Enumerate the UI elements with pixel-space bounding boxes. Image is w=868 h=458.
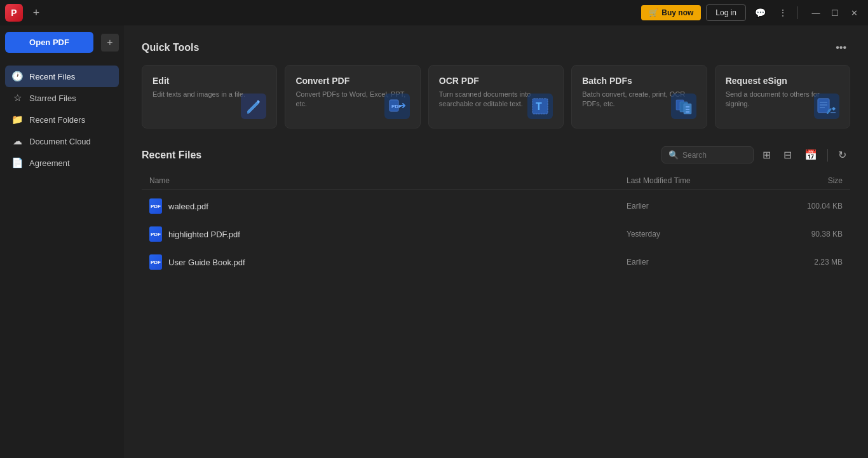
login-button[interactable]: Log in <box>706 4 746 21</box>
file-name-text-0: waleed.pdf <box>168 202 208 211</box>
file-size-2: 2.23 MB <box>766 258 843 267</box>
buy-now-label: Buy now <box>661 8 693 17</box>
file-date-1: Yesterday <box>627 230 766 239</box>
tool-title-convert-pdf: Convert PDF <box>295 76 409 86</box>
minimize-button[interactable]: — <box>807 4 825 22</box>
files-table-header: Name Last Modified Time Size <box>142 172 850 190</box>
sidebar-label-starred-files: Starred Files <box>29 94 76 103</box>
sidebar-add-button[interactable]: + <box>101 34 119 52</box>
search-input[interactable] <box>682 151 747 160</box>
main-layout: Open PDF + 🕐 Recent Files ☆ Starred File… <box>0 25 868 458</box>
tool-card-ocr-pdf[interactable]: OCR PDF Turn scanned documents into sear… <box>428 65 564 128</box>
sidebar-icon-agreement: 📄 <box>11 157 23 169</box>
maximize-button[interactable]: ☐ <box>826 4 844 22</box>
col-size: Size <box>766 176 843 185</box>
sidebar-item-recent-files[interactable]: 🕐 Recent Files <box>5 66 119 87</box>
search-icon: 🔍 <box>668 150 679 160</box>
more-menu-button[interactable]: ⋮ <box>775 5 791 20</box>
tool-title-ocr-pdf: OCR PDF <box>439 76 553 86</box>
file-date-0: Earlier <box>627 202 766 211</box>
sidebar-icon-recent-folders: 📁 <box>11 114 23 125</box>
sidebar: Open PDF + 🕐 Recent Files ☆ Starred File… <box>0 25 124 458</box>
tool-card-batch-pdfs[interactable]: Batch PDFs Batch convert, create, print,… <box>571 65 707 128</box>
calendar-icon: 📅 <box>804 149 817 160</box>
search-bar[interactable]: 🔍 <box>661 146 754 163</box>
col-name: Name <box>149 176 627 185</box>
tool-card-edit[interactable]: Edit Edit texts and images in a file. <box>142 65 277 128</box>
sidebar-icon-starred-files: ☆ <box>11 92 23 104</box>
recent-files-title: Recent Files <box>142 149 201 161</box>
file-icon-0: PDF <box>149 198 162 214</box>
quick-tools-more-button[interactable]: ••• <box>832 41 850 55</box>
quick-tools-header: Quick Tools ••• <box>142 41 850 55</box>
view-grid-button[interactable]: ⊟ <box>780 146 796 163</box>
open-pdf-label: Open PDF <box>29 38 69 47</box>
actions-divider <box>827 149 828 162</box>
sidebar-item-document-cloud[interactable]: ☁ Document Cloud <box>5 130 119 152</box>
file-icon-1: PDF <box>149 226 162 242</box>
svg-text:PDF: PDF <box>391 104 402 109</box>
buy-now-button[interactable]: 🛒 Buy now <box>641 5 701 20</box>
main-content: Quick Tools ••• Edit Edit texts and imag… <box>124 25 868 458</box>
table-row[interactable]: PDF User Guide Book.pdf Earlier 2.23 MB <box>142 248 850 276</box>
tool-title-request-esign: Request eSign <box>726 76 839 86</box>
file-size-0: 100.04 KB <box>766 202 843 211</box>
file-icon-2: PDF <box>149 254 162 270</box>
quick-tools-title: Quick Tools <box>142 42 199 53</box>
list-view-icon: ⊞ <box>763 149 771 160</box>
chat-icon-button[interactable]: 💬 <box>751 5 770 20</box>
tool-card-convert-pdf[interactable]: Convert PDF Convert PDFs to Word, Excel,… <box>285 65 420 128</box>
sidebar-item-agreement[interactable]: 📄 Agreement <box>5 152 119 174</box>
sidebar-label-recent-folders: Recent Folders <box>29 115 85 125</box>
titlebar-divider <box>797 6 798 19</box>
file-name-2: PDF User Guide Book.pdf <box>149 254 627 270</box>
open-pdf-button[interactable]: Open PDF <box>5 32 93 53</box>
svg-text:T: T <box>536 101 542 112</box>
sidebar-label-recent-files: Recent Files <box>29 72 75 81</box>
view-calendar-button[interactable]: 📅 <box>801 146 821 163</box>
files-list: PDF waleed.pdf Earlier 100.04 KB PDF hig… <box>142 192 850 276</box>
sidebar-label-document-cloud: Document Cloud <box>29 137 91 146</box>
tool-title-edit: Edit <box>153 76 266 86</box>
svg-rect-16 <box>818 99 829 113</box>
sidebar-nav: 🕐 Recent Files ☆ Starred Files 📁 Recent … <box>5 66 119 174</box>
sidebar-item-recent-folders[interactable]: 📁 Recent Folders <box>5 109 119 130</box>
recent-files-actions: 🔍 ⊞ ⊟ 📅 ↻ <box>661 146 850 163</box>
sidebar-label-agreement: Agreement <box>29 158 70 168</box>
window-controls: — ☐ ✕ <box>807 4 863 22</box>
table-row[interactable]: PDF highlighted PDF.pdf Yesterday 90.38 … <box>142 220 850 248</box>
app-icon: P <box>5 4 23 22</box>
refresh-button[interactable]: ↻ <box>834 146 850 163</box>
file-date-2: Earlier <box>627 258 766 267</box>
ellipsis-icon: ⋮ <box>778 8 787 18</box>
titlebar: P + 🛒 Buy now Log in 💬 ⋮ — ☐ ✕ <box>0 0 868 25</box>
file-size-1: 90.38 KB <box>766 230 843 239</box>
tool-icon-batch-pdfs <box>671 94 698 120</box>
table-row[interactable]: PDF waleed.pdf Earlier 100.04 KB <box>142 192 850 220</box>
titlebar-left: P + <box>5 4 44 22</box>
titlebar-right: 🛒 Buy now Log in 💬 ⋮ — ☐ ✕ <box>641 4 863 22</box>
tool-icon-convert-pdf: PDF <box>384 94 411 120</box>
sidebar-top: Open PDF + <box>5 32 119 58</box>
tool-icon-edit <box>241 94 268 120</box>
tool-icon-ocr-pdf: T <box>527 94 554 120</box>
sidebar-icon-document-cloud: ☁ <box>11 135 23 147</box>
grid-view-icon: ⊟ <box>783 149 792 160</box>
quick-tools-grid: Edit Edit texts and images in a file. Co… <box>142 65 850 128</box>
files-table: Name Last Modified Time Size PDF waleed.… <box>142 172 850 276</box>
new-tab-button[interactable]: + <box>28 4 44 21</box>
chat-icon: 💬 <box>755 8 766 18</box>
tool-card-request-esign[interactable]: Request eSign Send a document to others … <box>715 65 850 128</box>
recent-files-header: Recent Files 🔍 ⊞ ⊟ 📅 ↻ <box>142 146 850 163</box>
col-modified: Last Modified Time <box>627 176 766 185</box>
tool-icon-request-esign <box>814 94 841 120</box>
sidebar-item-starred-files[interactable]: ☆ Starred Files <box>5 87 119 109</box>
refresh-icon: ↻ <box>838 149 846 160</box>
sidebar-icon-recent-files: 🕐 <box>11 71 23 82</box>
file-name-1: PDF highlighted PDF.pdf <box>149 226 627 242</box>
file-name-0: PDF waleed.pdf <box>149 198 627 214</box>
file-name-text-2: User Guide Book.pdf <box>168 258 245 267</box>
close-button[interactable]: ✕ <box>845 4 863 22</box>
view-list-button[interactable]: ⊞ <box>759 146 775 163</box>
cart-icon: 🛒 <box>649 8 658 17</box>
